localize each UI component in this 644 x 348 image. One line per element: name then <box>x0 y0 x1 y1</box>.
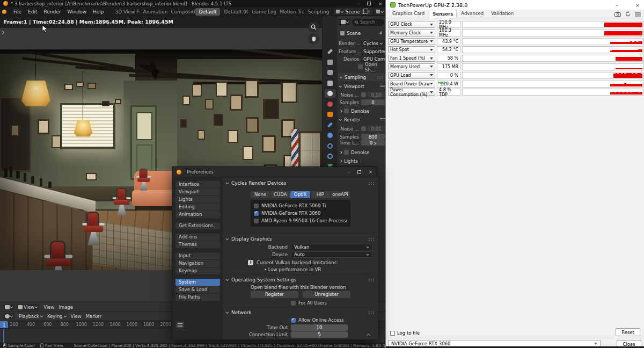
display-device-dropdown[interactable]: Auto <box>291 251 372 258</box>
tab-world-properties[interactable] <box>325 100 335 108</box>
viewport-denoise-checkbox[interactable] <box>344 108 349 113</box>
menu-edit[interactable]: Edit <box>25 8 40 16</box>
sidebar-item-system[interactable]: System <box>175 279 220 286</box>
scene-selector[interactable]: Scene × <box>334 8 372 15</box>
register-button[interactable]: Register <box>251 291 298 298</box>
workspace-tab-animation[interactable]: Animation <box>140 8 167 16</box>
backend-dropdown[interactable]: Vulkan <box>291 244 372 250</box>
sensor-name-dropdown[interactable]: Power Consumption (%) <box>388 89 435 96</box>
sensor-name-dropdown[interactable]: GPU Temperature <box>388 38 435 45</box>
maximize-icon[interactable] <box>357 170 361 174</box>
tab-scene-properties[interactable] <box>325 89 335 98</box>
menu-help[interactable]: Help <box>90 8 107 16</box>
sampling-viewport-header[interactable]: Viewport <box>340 83 385 90</box>
sampling-render-header[interactable]: Render <box>340 116 385 123</box>
image-mode-dropdown[interactable]: View <box>17 304 39 310</box>
backend-tab-oneapi[interactable]: oneAPI <box>331 191 350 198</box>
playhead[interactable] <box>3 329 4 343</box>
device-checkbox[interactable] <box>254 211 259 216</box>
sidebar-item-save-load[interactable]: Save & Load <box>175 286 220 293</box>
gpuz-tab-advanced[interactable]: Advanced <box>458 10 487 18</box>
render-denoise-header[interactable]: Denoise <box>340 149 385 156</box>
workspace-tab-3d-view-full[interactable]: 3D View Full <box>112 8 140 16</box>
open-shading-checkbox[interactable] <box>358 64 363 69</box>
timeline-menu-playback[interactable]: Playback <box>17 314 45 319</box>
network-header[interactable]: Network <box>226 310 375 315</box>
blender-menu-logo-icon[interactable] <box>2 10 6 14</box>
viewport-noise-value[interactable]: 0.10 <box>368 92 385 98</box>
workspace-tab-scripting[interactable]: Scripting <box>304 8 332 16</box>
device-checkbox[interactable] <box>254 204 259 208</box>
viewport-noise-checkbox[interactable] <box>361 92 366 97</box>
close-icon[interactable]: × <box>369 169 372 175</box>
workspace-tab-compositing[interactable]: Compositing <box>167 8 195 16</box>
menu-file[interactable]: File <box>10 8 25 16</box>
render-time-limit-value[interactable]: 0 s <box>361 140 385 146</box>
tab-physics-properties[interactable] <box>325 142 335 150</box>
sensor-name-dropdown[interactable]: Hot Spot <box>388 46 435 53</box>
log-to-file-checkbox[interactable] <box>390 331 395 336</box>
workspace-tab-motion-tracking[interactable]: Motion Tracking <box>276 8 304 16</box>
tab-modifier-properties[interactable] <box>325 121 335 129</box>
tab-object-properties[interactable] <box>325 110 335 119</box>
render-engine-dropdown[interactable]: Cycles <box>361 40 385 47</box>
viewport-samples-value[interactable]: 0 <box>361 99 385 105</box>
tab-render-properties[interactable] <box>325 58 335 67</box>
gpuz-tab-validation[interactable]: Validation <box>488 10 517 18</box>
close-icon[interactable]: × <box>378 1 382 6</box>
tab-tool-properties[interactable] <box>325 47 335 56</box>
sensor-name-dropdown[interactable]: GPU Load <box>388 72 435 79</box>
workspace-tab-default[interactable]: Default <box>195 8 221 16</box>
editor-type-button[interactable] <box>339 19 350 25</box>
sensor-name-dropdown[interactable]: GPU Clock <box>388 21 435 28</box>
sensor-name-dropdown[interactable]: Fan 1 Speed (%) <box>388 55 435 62</box>
backend-tab-cuda[interactable]: CUDA <box>270 191 290 198</box>
timeline-menu-view[interactable]: View <box>69 314 84 319</box>
image-menu-view[interactable]: View <box>41 305 56 310</box>
pin-icon[interactable] <box>379 31 383 35</box>
sidebar-item-editing[interactable]: Editing <box>175 204 220 211</box>
backend-tab-hip[interactable]: HIP <box>311 191 331 198</box>
device-checkbox[interactable] <box>254 219 259 223</box>
backend-tab-none[interactable]: None <box>251 191 270 198</box>
sidebar-item-add-ons[interactable]: Add-ons <box>175 234 220 241</box>
workspace-tab-game-logic[interactable]: Game Logic <box>248 8 276 16</box>
connection-limit-field[interactable]: 5 <box>291 331 348 338</box>
render-noise-value[interactable]: 0.01 <box>368 126 385 132</box>
editor-type-button[interactable] <box>3 313 14 320</box>
sidebar-item-viewport[interactable]: Viewport <box>175 189 220 195</box>
maximize-icon[interactable] <box>367 2 371 5</box>
viewport-denoise-header[interactable]: Denoise <box>340 107 385 114</box>
lights-panel-header[interactable]: Lights <box>340 157 385 164</box>
image-menu-image[interactable]: Image <box>56 305 75 310</box>
gpuz-tab-sensors[interactable]: Sensors <box>429 10 457 18</box>
sidebar-item-input[interactable]: Input <box>175 252 220 259</box>
reset-button[interactable]: Reset <box>616 328 640 336</box>
sidebar-item-interface[interactable]: Interface <box>175 181 220 188</box>
pan-tool-button[interactable] <box>308 33 319 45</box>
workspace-tab-default-001[interactable]: Default.001 <box>220 8 248 16</box>
os-settings-header[interactable]: Operating System Settings <box>226 277 375 282</box>
timeout-field[interactable]: 10 <box>291 324 348 331</box>
zoom-tool-button[interactable] <box>308 21 319 33</box>
cycles-devices-header[interactable]: Cycles Render Devices <box>226 180 375 186</box>
timeline-menu-marker[interactable]: Marker <box>84 314 104 319</box>
sidebar-item-get-extensions[interactable]: Get Extensions <box>175 222 220 229</box>
allow-online-checkbox[interactable] <box>291 318 296 323</box>
timeline-menu-keying[interactable]: Keying <box>45 314 69 319</box>
all-users-checkbox[interactable] <box>291 301 296 306</box>
editor-type-button[interactable] <box>3 304 14 310</box>
refresh-icon[interactable] <box>625 11 631 17</box>
menu-render[interactable]: Render <box>41 8 64 16</box>
current-frame-indicator[interactable]: 1 <box>0 321 8 328</box>
tab-view-layer-properties[interactable] <box>325 79 335 88</box>
tab-particle-properties[interactable] <box>325 131 335 140</box>
preferences-menu-icon[interactable] <box>176 322 184 328</box>
feature-set-dropdown[interactable]: Supported <box>361 48 385 55</box>
sampling-panel-header[interactable]: Sampling <box>338 73 386 81</box>
tab-output-properties[interactable] <box>325 68 335 77</box>
minimize-icon[interactable]: – <box>357 1 360 6</box>
sidebar-item-lights[interactable]: Lights <box>175 196 220 203</box>
sensor-name-dropdown[interactable]: Board Power Draw <box>388 81 435 88</box>
menu-icon[interactable] <box>635 12 641 17</box>
